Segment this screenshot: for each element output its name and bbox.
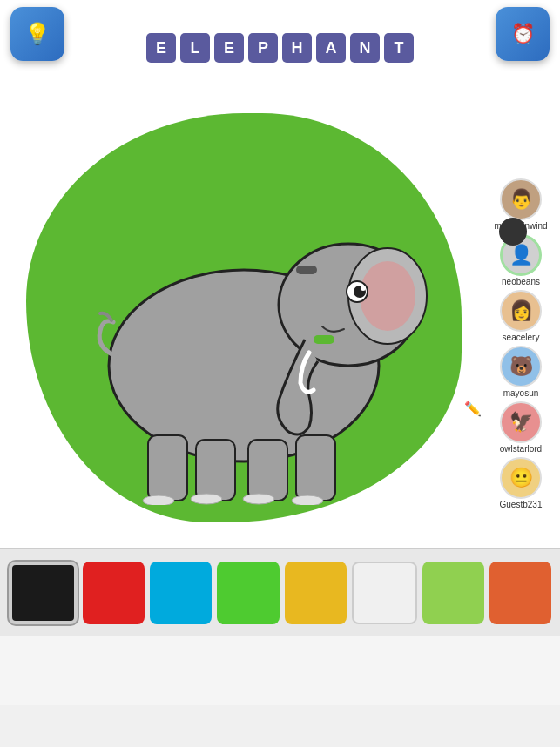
letter-box: N bbox=[350, 33, 380, 63]
palette-area bbox=[0, 548, 560, 636]
svg-rect-9 bbox=[248, 440, 287, 501]
color-swatch[interactable] bbox=[489, 562, 551, 624]
bubble-rhino bbox=[296, 266, 317, 274]
color-swatch[interactable] bbox=[422, 562, 484, 624]
hint-button[interactable]: 💡 bbox=[10, 7, 64, 61]
player-item: 🐻mayosun bbox=[482, 346, 560, 398]
svg-rect-10 bbox=[296, 435, 335, 501]
player-item: 🦅owlstarlord bbox=[482, 401, 560, 454]
letter-box: T bbox=[384, 33, 414, 63]
avatar: 😐 bbox=[500, 457, 542, 499]
clock-icon: ⏰ bbox=[511, 24, 535, 44]
svg-point-11 bbox=[143, 495, 174, 505]
canvas-area[interactable]: ✏️ 👨mandolinwind👤neobeans👩seacelery🐻mayo… bbox=[0, 87, 560, 548]
color-swatch[interactable] bbox=[150, 562, 212, 624]
letter-box: H bbox=[282, 33, 312, 63]
player-name: owlstarlord bbox=[500, 444, 542, 454]
avatar: 🐻 bbox=[500, 346, 542, 387]
word-display: ELEPHANT bbox=[146, 33, 414, 63]
svg-point-12 bbox=[191, 494, 222, 504]
svg-point-14 bbox=[292, 495, 323, 505]
letter-box: E bbox=[214, 33, 244, 63]
svg-rect-7 bbox=[148, 435, 187, 501]
letter-box: A bbox=[316, 33, 346, 63]
color-swatch[interactable] bbox=[285, 562, 347, 624]
player-item: 👩seacelery bbox=[482, 290, 560, 342]
avatar: 👩 bbox=[500, 290, 542, 332]
bulb-icon: 💡 bbox=[24, 24, 51, 44]
timer-button[interactable]: ⏰ bbox=[496, 7, 550, 61]
player-name: neobeans bbox=[502, 277, 540, 286]
svg-point-6 bbox=[361, 286, 366, 291]
player-name: mayosun bbox=[503, 388, 539, 398]
letter-box: E bbox=[146, 33, 176, 63]
avatar: 👨 bbox=[500, 178, 542, 220]
svg-rect-8 bbox=[196, 440, 235, 501]
player-name: seacelery bbox=[503, 333, 540, 342]
color-swatch[interactable] bbox=[83, 562, 145, 624]
svg-point-3 bbox=[360, 261, 415, 331]
elephant-drawing bbox=[52, 131, 453, 505]
letter-box: P bbox=[248, 33, 278, 63]
letter-box: L bbox=[180, 33, 210, 63]
bottom-toolbar bbox=[0, 636, 560, 705]
avatar: 🦅 bbox=[500, 401, 542, 443]
color-swatch[interactable] bbox=[9, 562, 78, 624]
pencil-icon: ✏️ bbox=[464, 400, 482, 417]
color-swatch[interactable] bbox=[352, 562, 417, 624]
score-badge bbox=[499, 218, 527, 246]
player-name: Guestb231 bbox=[500, 500, 543, 509]
player-item: 😐Guestb231 bbox=[482, 457, 560, 509]
svg-point-13 bbox=[243, 494, 274, 504]
color-swatch[interactable] bbox=[217, 562, 279, 624]
bubble-guessed bbox=[314, 335, 334, 344]
